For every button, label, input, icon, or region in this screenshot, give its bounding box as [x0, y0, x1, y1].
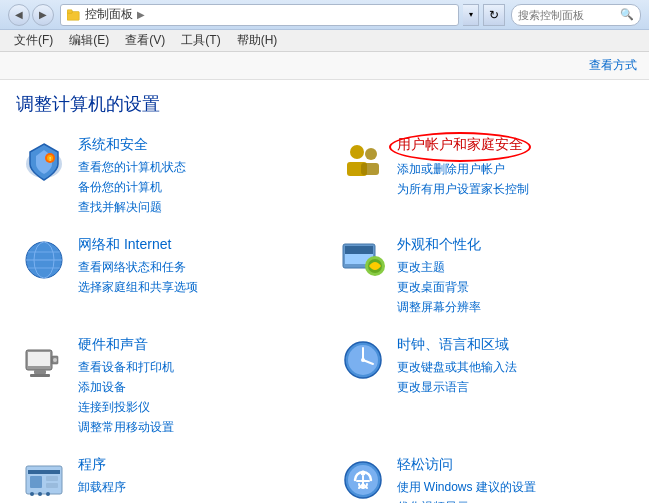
svg-rect-9: [361, 163, 379, 175]
svg-point-38: [46, 492, 50, 496]
cat-title-system-security[interactable]: 系统和安全: [78, 136, 311, 154]
cat-link-app3[interactable]: 调整屏幕分辨率: [397, 298, 630, 316]
cat-title-clock[interactable]: 时钟、语言和区域: [397, 336, 630, 354]
svg-point-30: [361, 358, 365, 362]
svg-rect-33: [30, 476, 42, 488]
icon-programs: [20, 456, 68, 503]
user-accounts-highlight: 用户帐户和家庭安全: [397, 136, 523, 158]
cat-title-accessibility[interactable]: 轻松访问: [397, 456, 630, 474]
svg-rect-21: [28, 352, 50, 366]
cat-link-acc2[interactable]: 优化视频显示: [397, 498, 630, 503]
view-by-label[interactable]: 查看方式: [589, 57, 637, 74]
icon-user-accounts: [339, 136, 387, 184]
menu-bar: 文件(F) 编辑(E) 查看(V) 工具(T) 帮助(H): [0, 30, 649, 52]
cat-title-user-accounts[interactable]: 用户帐户和家庭安全: [397, 136, 523, 154]
cat-link-hw1[interactable]: 查看设备和打印机: [78, 358, 311, 376]
breadcrumb-text: 控制面板: [85, 6, 133, 23]
icon-clock: [339, 336, 387, 384]
content-area: 查看方式 调整计算机的设置 ! 系统和安全 查看您的计算机状态 备份您的计算机: [0, 52, 649, 503]
folder-icon: [67, 8, 81, 22]
breadcrumb-arrow: ▶: [137, 9, 145, 20]
category-programs: 程序 卸载程序: [16, 448, 315, 503]
icon-network: [20, 236, 68, 284]
forward-button[interactable]: ▶: [32, 4, 54, 26]
cat-link-net2[interactable]: 选择家庭组和共享选项: [78, 278, 311, 296]
cat-info-hardware: 硬件和声音 查看设备和打印机 添加设备 连接到投影仪 调整常用移动设置: [78, 336, 311, 436]
category-system-security: ! 系统和安全 查看您的计算机状态 备份您的计算机 查找并解决问题: [16, 128, 315, 224]
cat-info-user-accounts: 用户帐户和家庭安全 添加或删除用户帐户 为所有用户设置家长控制: [397, 136, 630, 198]
cat-link-sys2[interactable]: 备份您的计算机: [78, 178, 311, 196]
cat-link-user1[interactable]: 添加或删除用户帐户: [397, 160, 630, 178]
refresh-button[interactable]: ↻: [483, 4, 505, 26]
svg-rect-32: [28, 470, 60, 474]
cat-info-clock: 时钟、语言和区域 更改键盘或其他输入法 更改显示语言: [397, 336, 630, 396]
cat-title-programs[interactable]: 程序: [78, 456, 311, 474]
search-bar: 🔍: [511, 4, 641, 26]
cat-link-acc1[interactable]: 使用 Windows 建议的设置: [397, 478, 630, 496]
svg-point-23: [53, 358, 57, 362]
cat-link-sys3[interactable]: 查找并解决问题: [78, 198, 311, 216]
title-bar: ◀ ▶ 控制面板 ▶ ▾ ↻ 🔍: [0, 0, 649, 30]
breadcrumb-bar: 控制面板 ▶: [60, 4, 459, 26]
cat-info-system-security: 系统和安全 查看您的计算机状态 备份您的计算机 查找并解决问题: [78, 136, 311, 216]
cat-info-network: 网络和 Internet 查看网络状态和任务 选择家庭组和共享选项: [78, 236, 311, 296]
icon-system-security: !: [20, 136, 68, 184]
cat-link-prog1[interactable]: 卸载程序: [78, 478, 311, 496]
category-clock: 时钟、语言和区域 更改键盘或其他输入法 更改显示语言: [335, 328, 634, 444]
icon-appearance: [339, 236, 387, 284]
svg-point-37: [38, 492, 42, 496]
cat-link-hw4[interactable]: 调整常用移动设置: [78, 418, 311, 436]
toolbar: 查看方式: [0, 52, 649, 80]
cat-title-network[interactable]: 网络和 Internet: [78, 236, 311, 254]
cat-link-user2[interactable]: 为所有用户设置家长控制: [397, 180, 630, 198]
cat-link-net1[interactable]: 查看网络状态和任务: [78, 258, 311, 276]
menu-file[interactable]: 文件(F): [6, 30, 61, 51]
svg-point-36: [30, 492, 34, 496]
cat-info-accessibility: 轻松访问 使用 Windows 建议的设置 优化视频显示: [397, 456, 630, 503]
cat-link-hw3[interactable]: 连接到投影仪: [78, 398, 311, 416]
svg-rect-35: [46, 483, 58, 488]
menu-help[interactable]: 帮助(H): [229, 30, 286, 51]
cat-link-app1[interactable]: 更改主题: [397, 258, 630, 276]
icon-hardware: [20, 336, 68, 384]
cat-title-hardware[interactable]: 硬件和声音: [78, 336, 311, 354]
icon-accessibility: [339, 456, 387, 503]
cat-link-clk2[interactable]: 更改显示语言: [397, 378, 630, 396]
categories-grid: ! 系统和安全 查看您的计算机状态 备份您的计算机 查找并解决问题: [0, 124, 649, 503]
menu-view[interactable]: 查看(V): [117, 30, 173, 51]
back-button[interactable]: ◀: [8, 4, 30, 26]
menu-tools[interactable]: 工具(T): [173, 30, 228, 51]
svg-rect-34: [46, 476, 58, 481]
svg-point-41: [360, 471, 365, 476]
svg-rect-25: [30, 374, 50, 377]
svg-point-8: [365, 148, 377, 160]
search-icon: 🔍: [620, 8, 634, 21]
cat-info-appearance: 外观和个性化 更改主题 更改桌面背景 调整屏幕分辨率: [397, 236, 630, 316]
nav-buttons: ◀ ▶: [8, 4, 54, 26]
category-user-accounts: 用户帐户和家庭安全 添加或删除用户帐户 为所有用户设置家长控制: [335, 128, 634, 224]
dropdown-button[interactable]: ▾: [463, 4, 479, 26]
svg-rect-1: [67, 9, 72, 13]
menu-edit[interactable]: 编辑(E): [61, 30, 117, 51]
search-input[interactable]: [518, 9, 616, 21]
cat-link-clk1[interactable]: 更改键盘或其他输入法: [397, 358, 630, 376]
page-title: 调整计算机的设置: [0, 80, 649, 124]
category-network: 网络和 Internet 查看网络状态和任务 选择家庭组和共享选项: [16, 228, 315, 324]
cat-title-appearance[interactable]: 外观和个性化: [397, 236, 630, 254]
category-hardware: 硬件和声音 查看设备和打印机 添加设备 连接到投影仪 调整常用移动设置: [16, 328, 315, 444]
svg-rect-17: [345, 246, 373, 254]
svg-point-6: [350, 145, 364, 159]
category-accessibility: 轻松访问 使用 Windows 建议的设置 优化视频显示: [335, 448, 634, 503]
cat-info-programs: 程序 卸载程序: [78, 456, 311, 496]
cat-link-sys1[interactable]: 查看您的计算机状态: [78, 158, 311, 176]
svg-rect-24: [34, 370, 46, 374]
cat-link-app2[interactable]: 更改桌面背景: [397, 278, 630, 296]
category-appearance: 外观和个性化 更改主题 更改桌面背景 调整屏幕分辨率: [335, 228, 634, 324]
cat-link-hw2[interactable]: 添加设备: [78, 378, 311, 396]
